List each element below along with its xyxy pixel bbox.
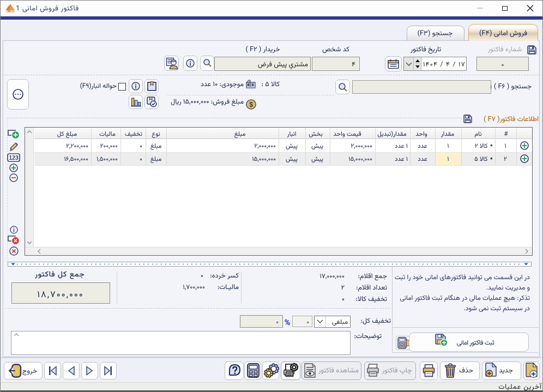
svg-text:$: $ [249,101,253,108]
svg-text:123: 123 [9,154,19,161]
